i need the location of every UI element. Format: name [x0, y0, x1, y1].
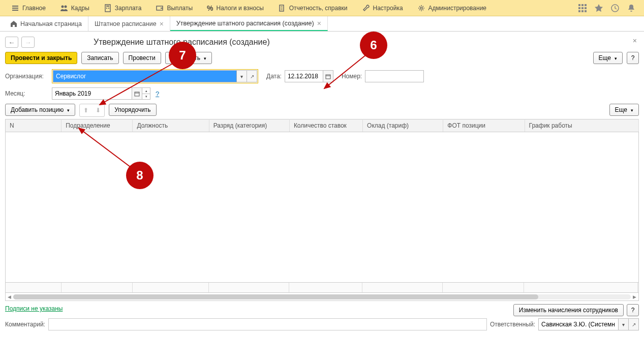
open-icon[interactable]: ↗ [247, 70, 257, 82]
month-label: Месяц: [5, 90, 49, 97]
main-menu-bar: Главное Кадры Зарплата Выплаты % Налоги … [0, 0, 644, 16]
help-button-accruals[interactable]: ? [627, 304, 639, 316]
star-icon[interactable] [594, 4, 603, 13]
menu-kadry-label: Кадры [71, 5, 89, 12]
svg-rect-12 [585, 4, 587, 6]
col-0[interactable]: N [6, 119, 62, 132]
post-button[interactable]: Провести [123, 52, 161, 64]
people-icon [60, 4, 68, 12]
tab-strip: Начальная страница Штатное расписание × … [0, 16, 644, 32]
responsible-label: Ответственный: [490, 321, 535, 328]
col-4[interactable]: Количество ставок [289, 119, 362, 132]
close-icon[interactable]: × [160, 20, 164, 28]
svg-rect-11 [581, 4, 584, 6]
svg-point-1 [64, 5, 67, 8]
responsible-input[interactable] [538, 318, 619, 330]
menu-otchetnost[interactable]: Отчетность, справки [271, 0, 355, 16]
bell-icon[interactable] [627, 4, 636, 13]
menu-zarplata[interactable]: Зарплата [97, 0, 149, 16]
move-up-icon[interactable]: ⬆ [80, 104, 92, 116]
tab-home[interactable]: Начальная страница [4, 16, 88, 31]
signatures-link[interactable]: Подписи не указаны [5, 305, 63, 312]
col-3[interactable]: Разряд (категория) [209, 119, 289, 132]
more-button-top[interactable]: Еще [593, 52, 623, 64]
nav-forward-button[interactable]: → [21, 37, 35, 48]
tab-staffing-label: Штатное расписание [95, 20, 157, 27]
org-field-wrap: ▾ ↗ [52, 69, 258, 83]
more-button-table[interactable]: Еще [609, 104, 639, 116]
tab-approval[interactable]: Утверждение штатного расписания (создани… [170, 16, 328, 31]
positions-table: NПодразделениеДолжностьРазряд (категория… [5, 119, 639, 132]
date-input[interactable] [285, 70, 323, 82]
write-button[interactable]: Записать [81, 52, 118, 64]
menu-admin-label: Администрирование [428, 5, 486, 12]
tab-staffing[interactable]: Штатное расписание × [88, 16, 170, 31]
post-close-button[interactable]: Провести и закрыть [5, 52, 77, 64]
number-input[interactable] [365, 70, 424, 82]
tab-home-label: Начальная страница [20, 20, 82, 27]
col-6[interactable]: ФОТ позиции [443, 119, 525, 132]
menu-vyplaty[interactable]: Выплаты [148, 0, 200, 16]
svg-rect-10 [578, 4, 580, 6]
close-icon[interactable]: × [317, 19, 321, 27]
svg-rect-5 [108, 8, 109, 9]
open-icon[interactable]: ↗ [629, 318, 639, 330]
org-input[interactable] [53, 70, 237, 82]
page-content: × ← → Утверждение штатного расписания (с… [0, 32, 644, 330]
date-label: Дата: [266, 73, 282, 80]
svg-rect-13 [578, 7, 580, 9]
menu-nastroika[interactable]: Настройка [355, 0, 410, 16]
table-body[interactable] [5, 132, 639, 283]
apps-icon[interactable] [578, 4, 587, 13]
calendar-icon[interactable] [132, 87, 142, 100]
annotation-8: 8 [126, 162, 154, 189]
tab-approval-label: Утверждение штатного расписания (создани… [176, 20, 314, 27]
h-scrollbar[interactable]: ◀ ▶ [5, 293, 639, 301]
history-icon[interactable] [610, 4, 620, 13]
move-down-icon[interactable]: ⬇ [92, 104, 104, 116]
menu-nalogi-label: Налоги и взносы [217, 5, 264, 12]
dropdown-icon[interactable]: ▾ [619, 318, 629, 330]
gear-icon [417, 4, 425, 12]
month-spin[interactable]: ▴▾ [142, 87, 150, 100]
add-position-label: Добавить позицию [11, 106, 64, 113]
dropdown-icon[interactable]: ▾ [237, 70, 247, 82]
percent-icon: % [207, 4, 213, 12]
page-close-icon[interactable]: × [633, 37, 637, 45]
report-icon [278, 4, 286, 12]
annotation-7: 7 [169, 42, 196, 69]
calendar-icon[interactable] [323, 70, 333, 82]
order-button[interactable]: Упорядочить [109, 104, 156, 116]
menu-zarplata-label: Зарплата [115, 5, 142, 12]
change-accruals-button[interactable]: Изменить начисления сотрудников [513, 304, 624, 316]
caret-down-icon [630, 106, 633, 113]
menu-admin[interactable]: Администрирование [410, 0, 494, 16]
help-link[interactable]: ? [156, 90, 159, 98]
col-2[interactable]: Должность [133, 119, 209, 132]
svg-rect-7 [161, 8, 163, 9]
help-button-top[interactable]: ? [627, 52, 639, 64]
menu-nalogi[interactable]: % Налоги и взносы [200, 0, 271, 16]
number-label: Номер: [342, 73, 362, 80]
col-5[interactable]: Оклад (тариф) [363, 119, 443, 132]
menu-kadry[interactable]: Кадры [53, 0, 97, 16]
scroll-right-icon[interactable]: ▶ [632, 294, 637, 299]
nav-back-button[interactable]: ← [5, 37, 18, 48]
home-icon [10, 20, 17, 27]
comment-input[interactable] [48, 318, 487, 330]
svg-rect-14 [581, 7, 584, 9]
topbar-right-icons [578, 4, 640, 13]
month-input[interactable] [52, 87, 132, 100]
svg-rect-15 [585, 7, 587, 9]
col-7[interactable]: График работы [525, 119, 638, 132]
caret-down-icon [203, 54, 206, 62]
add-position-button[interactable]: Добавить позицию [5, 104, 75, 116]
menu-main[interactable]: Главное [4, 0, 53, 16]
scroll-left-icon[interactable]: ◀ [7, 294, 12, 299]
wrench-icon [362, 4, 370, 12]
col-1[interactable]: Подразделение [62, 119, 133, 132]
menu-vyplaty-label: Выплаты [167, 5, 193, 12]
comment-label: Комментарий: [5, 321, 45, 328]
more-label: Еще [599, 54, 611, 62]
svg-point-9 [420, 7, 422, 9]
